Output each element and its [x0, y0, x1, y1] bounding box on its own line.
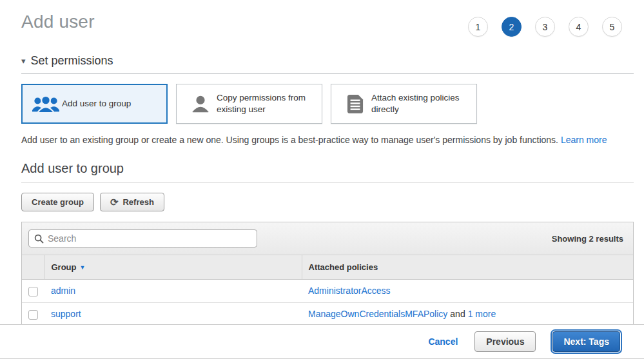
- group-link[interactable]: support: [51, 309, 81, 319]
- caret-down-icon: ▾: [21, 57, 26, 65]
- groups-table: Group▼ Attached policies admin Administr…: [22, 255, 633, 326]
- create-group-button[interactable]: Create group: [21, 193, 94, 211]
- set-permissions-header[interactable]: ▾ Set permissions: [21, 54, 634, 68]
- set-permissions-title: Set permissions: [31, 54, 113, 68]
- option-attach-policies[interactable]: Attach existing policies directly: [331, 84, 477, 124]
- table-row: admin AdministratorAccess: [22, 280, 633, 303]
- refresh-button[interactable]: ⟳ Refresh: [100, 193, 164, 211]
- users-group-icon: [30, 95, 62, 113]
- step-1[interactable]: 1: [468, 17, 488, 37]
- page-title: Add user: [21, 12, 95, 32]
- attached-policies-column-label: Attached policies: [309, 262, 378, 272]
- step-2-active[interactable]: 2: [502, 17, 522, 37]
- group-section-divider: [21, 182, 634, 183]
- policy-link[interactable]: AdministratorAccess: [308, 286, 391, 296]
- sort-desc-icon: ▼: [80, 264, 86, 271]
- attached-policies-column-header: Attached policies: [302, 255, 633, 280]
- document-icon: [339, 94, 371, 113]
- page-header: Add user 1 2 3 4 5: [21, 12, 634, 37]
- previous-label: Previous: [486, 336, 524, 347]
- group-column-header[interactable]: Group▼: [44, 255, 302, 280]
- wizard-footer: Cancel Previous Next: Tags: [0, 324, 644, 359]
- next-tags-label: Next: Tags: [563, 336, 609, 347]
- step-3[interactable]: 3: [535, 17, 555, 37]
- group-column-label: Group: [52, 262, 77, 272]
- user-icon: [184, 94, 217, 113]
- cancel-button[interactable]: Cancel: [428, 336, 458, 347]
- table-row: support ManageOwnCredentialsMFAPolicyand…: [22, 302, 633, 325]
- add-user-to-group-title: Add user to group: [21, 161, 634, 176]
- next-tags-button[interactable]: Next: Tags: [552, 331, 620, 352]
- row-checkbox[interactable]: [28, 310, 38, 320]
- search-icon: [34, 234, 44, 244]
- table-header-row: Group▼ Attached policies: [22, 255, 633, 280]
- section-divider: [21, 73, 634, 74]
- select-column-header: [22, 255, 44, 280]
- option-add-user-to-group[interactable]: Add user to group: [21, 84, 168, 124]
- group-link[interactable]: admin: [51, 286, 75, 296]
- add-user-page: Add user 1 2 3 4 5 ▾ Set permissions: [0, 0, 644, 327]
- results-count: Showing 2 results: [552, 234, 627, 244]
- policy-link[interactable]: ManageOwnCredentialsMFAPolicy: [308, 309, 447, 319]
- option-label: Copy permissions from existing user: [217, 92, 317, 115]
- step-5[interactable]: 5: [602, 17, 622, 37]
- step-4[interactable]: 4: [569, 17, 589, 37]
- table-toolbar: Showing 2 results: [22, 222, 633, 255]
- previous-button[interactable]: Previous: [474, 331, 536, 352]
- description-text: Add user to an existing group or create …: [21, 135, 558, 145]
- option-label: Attach existing policies directly: [371, 92, 471, 115]
- learn-more-link[interactable]: Learn more: [561, 135, 607, 145]
- permission-option-cards: Add user to group Copy permissions from …: [21, 84, 634, 124]
- refresh-label: Refresh: [122, 197, 153, 207]
- option-label: Add user to group: [62, 98, 132, 110]
- option-copy-permissions[interactable]: Copy permissions from existing user: [176, 84, 322, 124]
- search-box[interactable]: [28, 229, 257, 247]
- policy-connector: and: [450, 309, 465, 319]
- create-group-label: Create group: [32, 197, 84, 207]
- groups-table-panel: Showing 2 results Group▼ Attached polici…: [21, 222, 634, 327]
- row-checkbox[interactable]: [28, 287, 38, 296]
- policy-more-link[interactable]: 1 more: [468, 309, 496, 319]
- wizard-steps: 1 2 3 4 5: [468, 17, 622, 37]
- search-input[interactable]: [48, 233, 251, 244]
- refresh-icon: ⟳: [110, 197, 119, 207]
- group-actions: Create group ⟳ Refresh: [21, 193, 634, 211]
- permissions-description: Add user to an existing group or create …: [21, 135, 634, 145]
